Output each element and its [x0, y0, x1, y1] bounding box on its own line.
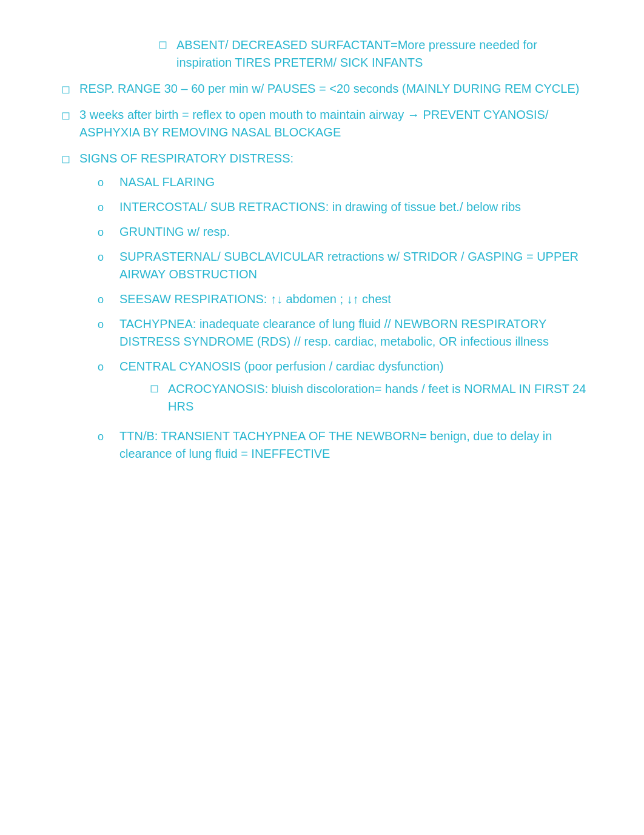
main-content: ◻ ABSENT/ DECREASED SURFACTANT=More pres…	[49, 36, 595, 470]
central-cyanosis-item: o CENTRAL CYANOSIS (poor perfusion / car…	[98, 358, 595, 420]
seesaw-item: o SEESAW RESPIRATIONS: ↑↓ abdomen ; ↓↑ c…	[98, 290, 595, 308]
suprasternal-text: SUPRASTERNAL/ SUBCLAVICULAR retractions …	[119, 248, 595, 283]
ttnb-text: TTN/B: TRANSIENT TACHYPNEA OF THE NEWBOR…	[119, 428, 595, 463]
3-weeks-text: 3 weeks after birth = reflex to open mou…	[79, 106, 595, 141]
sub-bullet-symbol-intercostal: o	[98, 200, 119, 215]
tachypnea-text: TACHYPNEA: inadequate clearance of lung …	[119, 315, 595, 350]
sub-bullet-symbol-suprasternal: o	[98, 249, 119, 265]
absent-decreased-text: ABSENT/ DECREASED SURFACTANT=More pressu…	[176, 36, 595, 72]
acrocyanosis-text: ACROCYANOSIS: bluish discoloration= hand…	[168, 380, 595, 415]
sub-bullet-symbol-nasal: o	[98, 175, 119, 190]
tachypnea-item: o TACHYPNEA: inadequate clearance of lun…	[98, 315, 595, 350]
bullet-symbol-resp: ◻	[61, 81, 79, 97]
sub-bullet-symbol-central: o	[98, 359, 119, 375]
sub-bullet-symbol-seesaw: o	[98, 292, 119, 307]
intercostal-text: INTERCOSTAL/ SUB RETRACTIONS: in drawing…	[119, 198, 595, 216]
signs-sub-bullets: o NASAL FLARING o INTERCOSTAL/ SUB RETRA…	[98, 173, 595, 463]
bullet-symbol-signs: ◻	[61, 151, 79, 167]
bullet-symbol-3weeks: ◻	[61, 107, 79, 123]
resp-range-text: RESP. RANGE 30 – 60 per min w/ PAUSES = …	[79, 80, 595, 98]
acrocyanosis-container: ◻ ACROCYANOSIS: bluish discoloration= ha…	[150, 380, 595, 415]
nasal-flaring-item: o NASAL FLARING	[98, 173, 595, 191]
central-cyanosis-text: CENTRAL CYANOSIS (poor perfusion / cardi…	[119, 360, 444, 373]
acrocyanosis-item: ◻ ACROCYANOSIS: bluish discoloration= ha…	[150, 380, 595, 415]
nasal-flaring-text: NASAL FLARING	[119, 173, 595, 191]
first-block: ◻ ABSENT/ DECREASED SURFACTANT=More pres…	[158, 36, 595, 72]
signs-item: ◻ SIGNS OF RESPIRATORY DISTRESS: o NASAL…	[61, 150, 595, 470]
grunting-item: o GRUNTING w/ resp.	[98, 223, 595, 241]
suprasternal-item: o SUPRASTERNAL/ SUBCLAVICULAR retraction…	[98, 248, 595, 283]
bullet-symbol-absent: ◻	[158, 36, 176, 52]
signs-text: SIGNS OF RESPIRATORY DISTRESS:	[79, 152, 293, 165]
grunting-text: GRUNTING w/ resp.	[119, 223, 595, 241]
resp-range-item: ◻ RESP. RANGE 30 – 60 per min w/ PAUSES …	[61, 80, 595, 98]
seesaw-text: SEESAW RESPIRATIONS: ↑↓ abdomen ; ↓↑ che…	[119, 290, 595, 308]
3-weeks-item: ◻ 3 weeks after birth = reflex to open m…	[61, 106, 595, 141]
sub-bullet-symbol-tachypnea: o	[98, 317, 119, 332]
absent-decreased-item: ◻ ABSENT/ DECREASED SURFACTANT=More pres…	[158, 36, 595, 72]
sub-bullet-symbol-ttnb: o	[98, 429, 119, 444]
intercostal-item: o INTERCOSTAL/ SUB RETRACTIONS: in drawi…	[98, 198, 595, 216]
sub-bullet-symbol-grunting: o	[98, 224, 119, 240]
ttnb-item: o TTN/B: TRANSIENT TACHYPNEA OF THE NEWB…	[98, 428, 595, 463]
sub-sub-bullet-symbol-acro: ◻	[150, 380, 168, 396]
